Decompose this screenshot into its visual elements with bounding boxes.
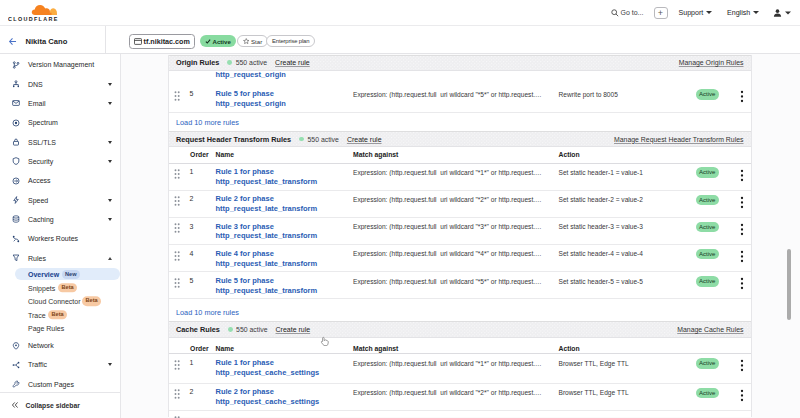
svg-text:CLOUDFLARE: CLOUDFLARE [8,16,59,22]
